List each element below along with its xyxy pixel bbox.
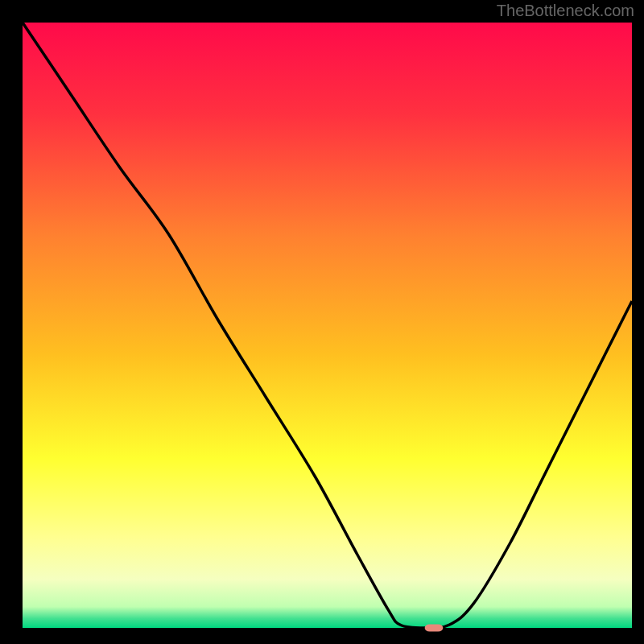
optimal-marker <box>425 624 444 631</box>
plot-background <box>23 23 632 628</box>
watermark-text: TheBottleneck.com <box>497 2 634 20</box>
bottleneck-chart: TheBottleneck.com <box>0 0 644 644</box>
chart-svg <box>0 0 644 644</box>
